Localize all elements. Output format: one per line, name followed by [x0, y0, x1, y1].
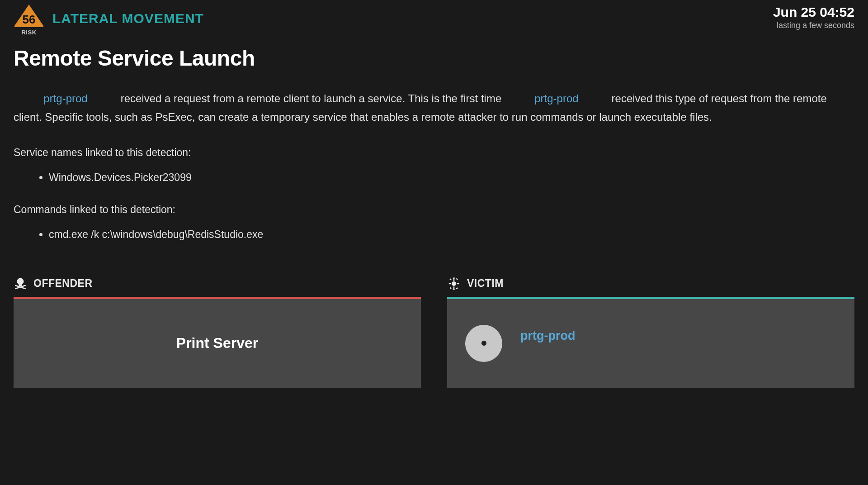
- skull-icon: [14, 277, 27, 290]
- commands-label: Commands linked to this detection:: [14, 204, 854, 216]
- risk-triangle-icon: 56: [14, 5, 44, 27]
- detection-category: LATERAL MOVEMENT: [52, 11, 204, 26]
- entity-panels: OFFENDER Print Server VICTIM prtg-prod: [14, 277, 854, 388]
- list-item: cmd.exe /k c:\windows\debug\RedisStudio.…: [49, 228, 854, 241]
- svg-rect-1: [19, 284, 22, 286]
- risk-badge: 56 RISK: [14, 5, 44, 36]
- services-list: Windows.Devices.Picker23099: [14, 171, 854, 184]
- header-row: 56 RISK LATERAL MOVEMENT Jun 25 04:52 la…: [14, 5, 854, 36]
- offender-heading-text: OFFENDER: [33, 277, 93, 290]
- risk-score: 56: [21, 13, 37, 27]
- commands-list: cmd.exe /k c:\windows\debug\RedisStudio.…: [14, 228, 854, 241]
- svg-point-4: [452, 282, 456, 285]
- timestamp: Jun 25 04:52: [773, 5, 854, 20]
- node-icon: [465, 325, 502, 362]
- host-link-2[interactable]: prtg-prod: [505, 90, 609, 108]
- duration: lasting a few seconds: [773, 21, 854, 30]
- victim-panel: VICTIM prtg-prod: [447, 277, 854, 388]
- offender-panel: OFFENDER Print Server: [14, 277, 421, 388]
- risk-label: RISK: [21, 29, 36, 36]
- victim-name[interactable]: prtg-prod: [520, 329, 575, 343]
- victim-header: VICTIM: [447, 277, 854, 290]
- offender-name: Print Server: [176, 335, 258, 352]
- victim-heading-text: VICTIM: [467, 277, 504, 290]
- node-dot-icon: [481, 341, 486, 346]
- list-item: Windows.Devices.Picker23099: [49, 171, 854, 184]
- services-label: Service names linked to this detection:: [14, 147, 854, 159]
- detection-description: prtg-prod received a request from a remo…: [14, 90, 854, 127]
- offender-body[interactable]: Print Server: [14, 299, 421, 388]
- page-title: Remote Service Launch: [14, 46, 854, 71]
- offender-header: OFFENDER: [14, 277, 421, 290]
- timestamp-block: Jun 25 04:52 lasting a few seconds: [773, 5, 854, 30]
- header-left: 56 RISK LATERAL MOVEMENT: [14, 5, 204, 36]
- victim-body[interactable]: prtg-prod: [447, 299, 854, 388]
- desc-part1: received a request from a remote client …: [118, 92, 505, 105]
- target-icon: [447, 277, 461, 290]
- host-link-1[interactable]: prtg-prod: [14, 90, 118, 108]
